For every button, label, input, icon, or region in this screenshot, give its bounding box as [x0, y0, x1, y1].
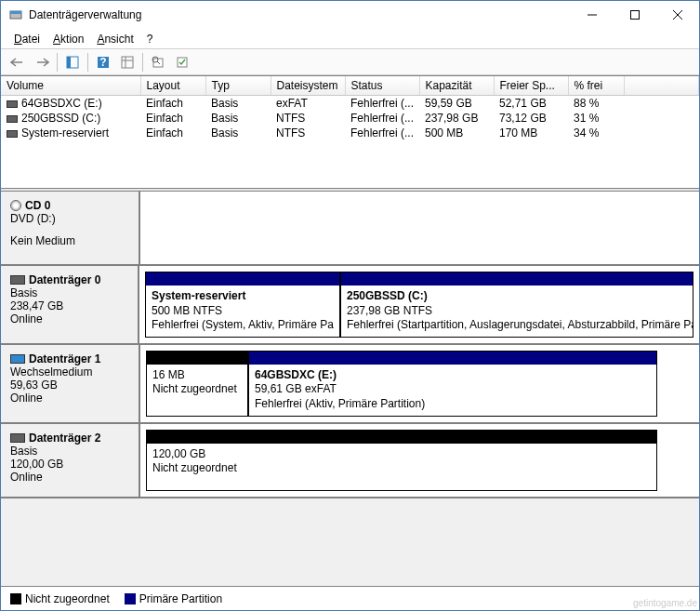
column-header[interactable]: Volume [1, 76, 140, 96]
volume-row[interactable]: 250GBSSD (C:)EinfachBasisNTFSFehlerfrei … [1, 111, 699, 126]
svg-rect-10 [122, 57, 133, 68]
svg-rect-7 [67, 57, 71, 68]
disk-icon [10, 433, 25, 443]
app-icon [8, 7, 23, 22]
back-button[interactable] [7, 51, 29, 73]
titlebar: Datenträgerverwaltung [1, 1, 699, 29]
disk-type: Basis [10, 445, 129, 458]
partition[interactable]: System-reserviert500 MB NTFSFehlerfrei (… [145, 272, 340, 338]
dvd-icon [10, 200, 21, 211]
disk-size: 120,00 GB [10, 458, 129, 471]
forward-button[interactable] [31, 51, 53, 73]
show-hide-button[interactable] [61, 51, 84, 73]
menubar: Datei Aktion Ansicht ? [1, 29, 699, 49]
disk-row-1[interactable]: Datenträger 1 Wechselmedium 59,63 GB Onl… [1, 345, 699, 424]
disk-status: Online [10, 471, 129, 484]
disk-status: Online [10, 392, 129, 405]
menu-help[interactable]: ? [147, 33, 153, 46]
properties-button[interactable] [147, 51, 169, 73]
partition[interactable]: 64GBSDXC (E:)59,61 GB exFATFehlerfrei (A… [248, 351, 657, 417]
disk-map: CD 0 DVD (D:) Kein Medium Datenträger 0 … [1, 192, 699, 586]
disk-sub: DVD (D:) [10, 212, 129, 225]
volume-row[interactable]: 64GBSDXC (E:)EinfachBasisexFATFehlerfrei… [1, 96, 699, 112]
watermark: getintogame.de [633, 598, 697, 608]
disk-name: Datenträger 1 [29, 352, 100, 365]
column-header[interactable]: Freier Sp... [494, 76, 568, 96]
menu-action[interactable]: Aktion [53, 33, 84, 46]
refresh-button[interactable] [171, 51, 193, 73]
disk-type: Basis [10, 286, 128, 299]
partition[interactable]: 250GBSSD (C:)237,98 GB NTFSFehlerfrei (S… [340, 272, 693, 338]
svg-rect-1 [10, 11, 21, 14]
menu-view[interactable]: Ansicht [97, 33, 133, 46]
menu-file[interactable]: Datei [14, 33, 40, 46]
column-header[interactable]: Dateisystem [271, 76, 345, 96]
disk-size: 238,47 GB [10, 299, 128, 312]
disk-name: Datenträger 2 [29, 432, 100, 445]
svg-rect-3 [631, 11, 640, 20]
volume-list[interactable]: VolumeLayoutTypDateisystemStatusKapazitä… [1, 76, 699, 188]
legend: Nicht zugeordnet Primäre Partition [1, 586, 699, 610]
disk-size: 59,63 GB [10, 379, 129, 392]
disk-row-2[interactable]: Datenträger 2 Basis 120,00 GB Online 120… [1, 424, 699, 498]
partition[interactable]: 120,00 GBNicht zugeordnet [146, 430, 657, 491]
legend-swatch-unalloc [10, 593, 21, 604]
disk-row-cd0[interactable]: CD 0 DVD (D:) Kein Medium [1, 192, 699, 266]
toolbar: ? [1, 49, 699, 75]
disk-status: Online [10, 312, 128, 325]
maximize-button[interactable] [614, 1, 656, 29]
disk-status: Kein Medium [10, 234, 129, 247]
help-button[interactable]: ? [92, 51, 114, 73]
column-header[interactable]: Typ [205, 76, 271, 96]
minimize-button[interactable] [571, 1, 614, 29]
close-button[interactable] [656, 1, 699, 29]
volume-row[interactable]: System-reserviertEinfachBasisNTFSFehlerf… [1, 126, 699, 140]
legend-swatch-primary [125, 593, 136, 604]
window-title: Datenträgerverwaltung [29, 8, 571, 21]
partition[interactable]: 16 MBNicht zugeordnet [146, 351, 248, 417]
disk-row-0[interactable]: Datenträger 0 Basis 238,47 GB Online Sys… [1, 266, 699, 345]
column-header[interactable]: Kapazität [419, 76, 494, 96]
svg-text:?: ? [99, 56, 106, 69]
column-header[interactable]: Status [345, 76, 419, 96]
disk-icon [10, 275, 25, 285]
view-button[interactable] [116, 51, 139, 73]
disk-name: Datenträger 0 [29, 273, 100, 286]
column-header[interactable]: % frei [568, 76, 624, 96]
column-header[interactable]: Layout [140, 76, 205, 96]
legend-label: Primäre Partition [139, 592, 222, 605]
disk-icon [10, 354, 25, 364]
disk-type: Wechselmedium [10, 365, 129, 379]
disk-name: CD 0 [25, 199, 50, 212]
legend-label: Nicht zugeordnet [25, 592, 110, 605]
